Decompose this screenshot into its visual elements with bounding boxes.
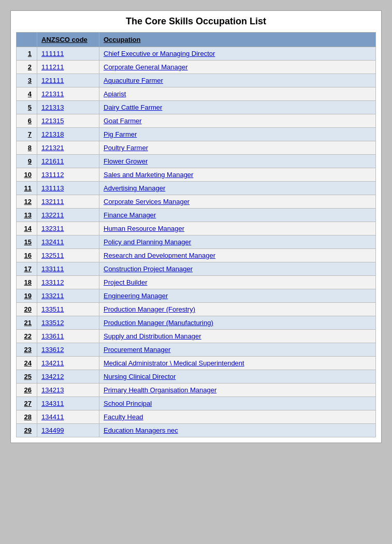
anzsco-code[interactable]: 132411: [37, 236, 99, 249]
anzsco-code[interactable]: 134213: [37, 384, 99, 397]
row-number: 8: [17, 141, 37, 155]
anzsco-code[interactable]: 133611: [37, 330, 99, 343]
occupation-name[interactable]: Engineering Manager: [99, 289, 376, 303]
anzsco-code[interactable]: 134311: [37, 397, 99, 410]
anzsco-code[interactable]: 134211: [37, 357, 99, 370]
anzsco-code[interactable]: 121311: [37, 87, 99, 101]
occupation-name[interactable]: Education Managers nec: [99, 424, 376, 437]
occupation-name[interactable]: Human Resource Manager: [99, 222, 376, 236]
table-row: 15132411Policy and Planning Manager: [17, 236, 376, 249]
anzsco-code[interactable]: 132511: [37, 249, 99, 262]
anzsco-code[interactable]: 134411: [37, 410, 99, 424]
occupation-name[interactable]: Primary Health Organisation Manager: [99, 384, 376, 397]
anzsco-code[interactable]: 111111: [37, 47, 99, 61]
occupation-name[interactable]: Corporate Services Manager: [99, 195, 376, 209]
row-number: 3: [17, 74, 37, 87]
row-number: 27: [17, 397, 37, 410]
row-number: 11: [17, 182, 37, 195]
anzsco-code[interactable]: 133111: [37, 262, 99, 276]
occupation-name[interactable]: Pig Farmer: [99, 128, 376, 141]
occupation-name[interactable]: School Principal: [99, 397, 376, 410]
anzsco-code[interactable]: 131113: [37, 182, 99, 195]
table-row: 10131112Sales and Marketing Manager: [17, 168, 376, 182]
occupation-name[interactable]: Policy and Planning Manager: [99, 236, 376, 249]
anzsco-code[interactable]: 133512: [37, 316, 99, 330]
row-number: 22: [17, 330, 37, 343]
anzsco-code[interactable]: 121313: [37, 101, 99, 114]
anzsco-code[interactable]: 133211: [37, 289, 99, 303]
table-row: 27134311School Principal: [17, 397, 376, 410]
occupation-name[interactable]: Advertising Manager: [99, 182, 376, 195]
row-number: 29: [17, 424, 37, 437]
anzsco-code[interactable]: 132311: [37, 222, 99, 236]
occupation-name[interactable]: Corporate General Manager: [99, 61, 376, 74]
occupation-name[interactable]: Poultry Farmer: [99, 141, 376, 155]
table-row: 9121611Flower Grower: [17, 155, 376, 168]
anzsco-code[interactable]: 132211: [37, 209, 99, 222]
anzsco-code[interactable]: 133112: [37, 276, 99, 289]
anzsco-code[interactable]: 121111: [37, 74, 99, 87]
col-header-num: [17, 33, 37, 47]
occupation-name[interactable]: Dairy Cattle Farmer: [99, 101, 376, 114]
anzsco-code[interactable]: 111211: [37, 61, 99, 74]
occupation-name[interactable]: Production Manager (Manufacturing): [99, 316, 376, 330]
anzsco-code[interactable]: 132111: [37, 195, 99, 209]
row-number: 17: [17, 262, 37, 276]
anzsco-code[interactable]: 121318: [37, 128, 99, 141]
table-row: 23133612Procurement Manager: [17, 343, 376, 357]
anzsco-code[interactable]: 134212: [37, 370, 99, 384]
col-header-code: ANZSCO code: [37, 33, 99, 47]
occupation-name[interactable]: Production Manager (Forestry): [99, 303, 376, 316]
anzsco-code[interactable]: 121611: [37, 155, 99, 168]
row-number: 18: [17, 276, 37, 289]
table-row: 21133512Production Manager (Manufacturin…: [17, 316, 376, 330]
occupation-name[interactable]: Sales and Marketing Manager: [99, 168, 376, 182]
table-row: 13132211Finance Manager: [17, 209, 376, 222]
table-row: 28134411Faculty Head: [17, 410, 376, 424]
row-number: 19: [17, 289, 37, 303]
occupation-name[interactable]: Medical Administrator \ Medical Superint…: [99, 357, 376, 370]
occupation-name[interactable]: Chief Executive or Managing Director: [99, 47, 376, 61]
anzsco-code[interactable]: 121315: [37, 114, 99, 128]
occupation-name[interactable]: Goat Farmer: [99, 114, 376, 128]
table-row: 24134211Medical Administrator \ Medical …: [17, 357, 376, 370]
occupation-name[interactable]: Aquaculture Farmer: [99, 74, 376, 87]
row-number: 7: [17, 128, 37, 141]
row-number: 10: [17, 168, 37, 182]
table-header-row: ANZSCO code Occupation: [17, 33, 376, 47]
anzsco-code[interactable]: 133511: [37, 303, 99, 316]
main-container: The Core Skills Occupation List ANZSCO c…: [10, 10, 382, 443]
row-number: 23: [17, 343, 37, 357]
table-row: 12132111Corporate Services Manager: [17, 195, 376, 209]
occupation-name[interactable]: Construction Project Manager: [99, 262, 376, 276]
occupation-name[interactable]: Faculty Head: [99, 410, 376, 424]
table-row: 11131113Advertising Manager: [17, 182, 376, 195]
occupation-name[interactable]: Nursing Clinical Director: [99, 370, 376, 384]
row-number: 28: [17, 410, 37, 424]
row-number: 26: [17, 384, 37, 397]
table-row: 14132311Human Resource Manager: [17, 222, 376, 236]
row-number: 21: [17, 316, 37, 330]
occupation-name[interactable]: Research and Development Manager: [99, 249, 376, 262]
occupation-name[interactable]: Finance Manager: [99, 209, 376, 222]
row-number: 24: [17, 357, 37, 370]
anzsco-code[interactable]: 134499: [37, 424, 99, 437]
occupation-name[interactable]: Flower Grower: [99, 155, 376, 168]
occupation-name[interactable]: Supply and Distribution Manager: [99, 330, 376, 343]
table-row: 22133611Supply and Distribution Manager: [17, 330, 376, 343]
table-row: 29134499Education Managers nec: [17, 424, 376, 437]
table-row: 5121313Dairy Cattle Farmer: [17, 101, 376, 114]
occupation-name[interactable]: Project Builder: [99, 276, 376, 289]
occupation-name[interactable]: Apiarist: [99, 87, 376, 101]
row-number: 5: [17, 101, 37, 114]
row-number: 16: [17, 249, 37, 262]
anzsco-code[interactable]: 131112: [37, 168, 99, 182]
row-number: 4: [17, 87, 37, 101]
row-number: 13: [17, 209, 37, 222]
occupation-name[interactable]: Procurement Manager: [99, 343, 376, 357]
anzsco-code[interactable]: 133612: [37, 343, 99, 357]
anzsco-code[interactable]: 121321: [37, 141, 99, 155]
row-number: 6: [17, 114, 37, 128]
table-row: 4121311Apiarist: [17, 87, 376, 101]
table-row: 20133511Production Manager (Forestry): [17, 303, 376, 316]
